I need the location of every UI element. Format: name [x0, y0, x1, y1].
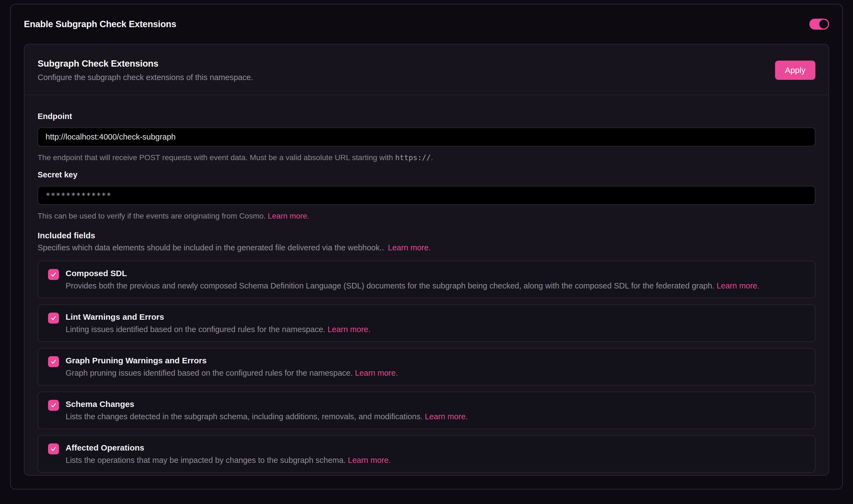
card-body: Endpoint The endpoint that will receive …: [24, 95, 829, 473]
checkmark-icon: [50, 358, 57, 365]
enable-extensions-toggle[interactable]: [810, 19, 829, 30]
secret-key-help: This can be used to verify if the events…: [38, 212, 815, 221]
enable-extensions-row: Enable Subgraph Check Extensions: [24, 4, 829, 44]
endpoint-help-code: https://: [395, 153, 431, 162]
field-item-text: Lint Warnings and Errors Linting issues …: [66, 312, 370, 334]
field-item-title: Lint Warnings and Errors: [66, 312, 370, 322]
checkmark-icon: [50, 314, 57, 322]
settings-panel: Enable Subgraph Check Extensions Subgrap…: [10, 4, 843, 489]
field-item-desc-text: Graph pruning issues identified based on…: [66, 368, 355, 377]
endpoint-help: The endpoint that will receive POST requ…: [38, 153, 815, 162]
field-item-graph-pruning: Graph Pruning Warnings and Errors Graph …: [38, 348, 815, 385]
lint-warnings-learn-more-link[interactable]: Learn more.: [327, 325, 370, 334]
field-item-affected-operations: Affected Operations Lists the operations…: [38, 435, 815, 473]
field-item-title: Affected Operations: [66, 443, 391, 453]
subgraph-check-extensions-card: Subgraph Check Extensions Configure the …: [24, 44, 829, 476]
checkmark-icon: [50, 402, 57, 409]
endpoint-input[interactable]: [38, 127, 815, 146]
card-header: Subgraph Check Extensions Configure the …: [24, 44, 829, 95]
field-item-desc-text: Provides both the previous and newly com…: [66, 281, 717, 290]
apply-button[interactable]: Apply: [775, 60, 815, 80]
field-item-text: Graph Pruning Warnings and Errors Graph …: [66, 356, 398, 378]
endpoint-help-suffix: .: [431, 153, 433, 162]
checkmark-icon: [50, 445, 57, 452]
field-item-description: Lists the changes detected in the subgra…: [66, 412, 468, 421]
graph-pruning-learn-more-link[interactable]: Learn more.: [355, 368, 398, 377]
enable-extensions-label: Enable Subgraph Check Extensions: [24, 19, 176, 29]
field-item-description: Lists the operations that may be impacte…: [66, 455, 391, 465]
field-item-desc-text: Lists the operations that may be impacte…: [66, 456, 348, 465]
schema-changes-learn-more-link[interactable]: Learn more.: [425, 412, 468, 421]
field-item-text: Schema Changes Lists the changes detecte…: [66, 399, 468, 421]
card-title: Subgraph Check Extensions: [38, 58, 253, 69]
field-item-text: Composed SDL Provides both the previous …: [66, 268, 760, 290]
toggle-thumb: [819, 20, 828, 29]
field-item-desc-text: Lists the changes detected in the subgra…: [66, 412, 425, 421]
field-item-text: Affected Operations Lists the operations…: [66, 443, 391, 465]
field-item-composed-sdl: Composed SDL Provides both the previous …: [38, 261, 815, 298]
endpoint-help-text: The endpoint that will receive POST requ…: [38, 153, 395, 162]
secret-key-label: Secret key: [38, 170, 815, 179]
field-item-schema-changes: Schema Changes Lists the changes detecte…: [38, 392, 815, 429]
field-item-title: Composed SDL: [66, 268, 760, 278]
endpoint-label: Endpoint: [38, 112, 815, 121]
field-item-title: Graph Pruning Warnings and Errors: [66, 356, 398, 365]
composed-sdl-learn-more-link[interactable]: Learn more.: [717, 281, 760, 290]
secret-key-input[interactable]: [38, 186, 815, 205]
graph-pruning-checkbox[interactable]: [48, 356, 59, 367]
field-item-title: Schema Changes: [66, 399, 468, 409]
card-header-text: Subgraph Check Extensions Configure the …: [38, 58, 253, 82]
affected-operations-checkbox[interactable]: [48, 444, 59, 454]
included-fields-desc-text: Specifies which data elements should be …: [38, 243, 384, 252]
checkmark-icon: [50, 271, 57, 278]
field-item-description: Graph pruning issues identified based on…: [66, 368, 398, 378]
included-fields-description: Specifies which data elements should be …: [38, 243, 815, 253]
schema-changes-checkbox[interactable]: [48, 400, 59, 411]
composed-sdl-checkbox[interactable]: [48, 269, 59, 280]
field-item-description: Provides both the previous and newly com…: [66, 281, 760, 290]
affected-operations-learn-more-link[interactable]: Learn more.: [348, 456, 391, 465]
card-description: Configure the subgraph check extensions …: [38, 73, 253, 82]
secret-key-help-text: This can be used to verify if the events…: [38, 212, 268, 220]
lint-warnings-checkbox[interactable]: [48, 312, 59, 324]
secret-learn-more-link[interactable]: Learn more.: [268, 212, 309, 220]
field-item-lint-warnings: Lint Warnings and Errors Linting issues …: [38, 304, 815, 342]
field-item-desc-text: Linting issues identified based on the c…: [66, 325, 327, 334]
included-fields-learn-more-link[interactable]: Learn more.: [388, 243, 431, 252]
included-fields-label: Included fields: [38, 231, 815, 240]
field-item-description: Linting issues identified based on the c…: [66, 325, 370, 334]
